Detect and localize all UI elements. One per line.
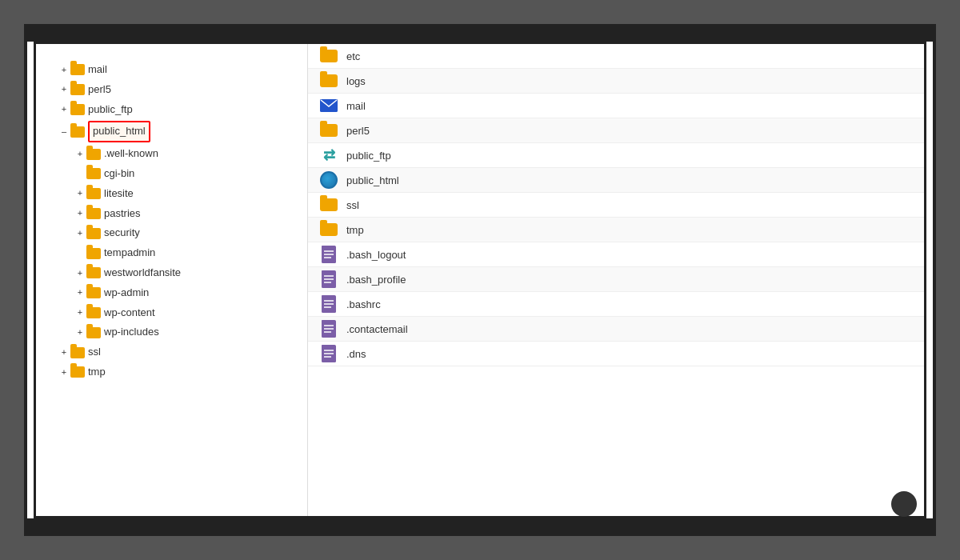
- folder-icon-mail: [70, 64, 85, 75]
- folder-icon-perl5: [70, 84, 85, 95]
- item-label-litesite: litesite: [104, 186, 134, 202]
- folder-icon-litesite: [86, 188, 101, 199]
- tree-item-litesite[interactable]: +litesite: [60, 184, 299, 204]
- file-list-row-public_html[interactable]: public_html: [308, 168, 924, 193]
- tree-item-public_html[interactable]: –public_html: [60, 119, 299, 144]
- tree-item-well-known[interactable]: +.well-known: [60, 144, 299, 164]
- tree-toggle-perl5[interactable]: +: [60, 82, 68, 97]
- file-icon-contactemail: [319, 321, 338, 337]
- tree-item-mail[interactable]: +mail: [60, 60, 299, 80]
- tree-item-cgi-bin[interactable]: cgi-bin: [60, 164, 299, 184]
- file-icon-bash_logout: [319, 246, 338, 262]
- item-label-tmp: tmp: [88, 364, 106, 381]
- tree-toggle-wp-includes[interactable]: +: [76, 326, 84, 340]
- file-icon-public_ftp: ⇄: [319, 147, 338, 163]
- file-list-row-mail[interactable]: mail: [308, 94, 924, 118]
- file-name-public_ftp: public_ftp: [346, 150, 391, 162]
- selected-item-label: public_html: [88, 121, 150, 142]
- tree-item-security[interactable]: +security: [60, 223, 299, 243]
- tree-toggle-public_ftp[interactable]: +: [60, 102, 68, 117]
- file-list-row-dns[interactable]: .dns: [308, 342, 924, 366]
- item-label-mail: mail: [88, 62, 107, 78]
- file-name-ssl: ssl: [346, 199, 359, 211]
- file-icon-etc: [319, 48, 338, 64]
- item-label-security: security: [104, 225, 140, 242]
- folder-icon-public_html: [70, 126, 85, 138]
- item-label-cgi-bin: cgi-bin: [104, 166, 134, 182]
- tree-toggle-mail[interactable]: +: [60, 63, 68, 78]
- file-icon-bash_profile: [319, 271, 338, 287]
- ftp-icon: ⇄: [323, 146, 335, 164]
- file-icon-bashrc: [319, 296, 338, 312]
- item-label-pastries: pastries: [104, 206, 141, 222]
- item-label-perl5: perl5: [88, 82, 111, 98]
- file-list-row-ssl[interactable]: ssl: [308, 193, 924, 218]
- tree-item-public_ftp[interactable]: +public_ftp: [60, 100, 299, 120]
- item-label-tempadmin: tempadmin: [104, 245, 155, 262]
- file-list-row-contactemail[interactable]: .contactemail: [308, 317, 924, 342]
- file-list-row-bash_profile[interactable]: .bash_profile: [308, 267, 924, 292]
- file-icon-dns: [319, 346, 338, 362]
- folder-icon-security: [86, 228, 101, 239]
- tree-item-tempadmin[interactable]: tempadmin: [60, 243, 299, 263]
- file-icon-logs: [319, 73, 338, 89]
- folder-icon-wp-includes: [86, 327, 101, 338]
- file-icon-public_html: [319, 172, 338, 188]
- file-name-contactemail: .contactemail: [346, 323, 408, 335]
- item-label-well-known: .well-known: [104, 146, 158, 162]
- item-label-public_html: public_html: [93, 125, 146, 137]
- file-tree-panel: +mail+perl5+public_ftp–public_html+.well…: [36, 44, 308, 516]
- file-list-row-public_ftp[interactable]: ⇄public_ftp: [308, 143, 924, 168]
- tree-item-wp-includes[interactable]: +wp-includes: [60, 322, 299, 342]
- file-list-row-logs[interactable]: logs: [308, 69, 924, 94]
- folder-icon-wp-content: [86, 307, 101, 318]
- tree-toggle-tmp[interactable]: +: [60, 366, 68, 380]
- tree-toggle-security[interactable]: +: [76, 226, 84, 241]
- file-icon-tmp: [319, 222, 338, 238]
- bottom-bar: [27, 518, 933, 533]
- file-icon-ssl: [319, 197, 338, 213]
- main-frame: +mail+perl5+public_ftp–public_html+.well…: [34, 42, 926, 518]
- item-label-public_ftp: public_ftp: [88, 102, 133, 118]
- app-logo: [891, 491, 917, 517]
- file-list-row-bash_logout[interactable]: .bash_logout: [308, 242, 924, 267]
- tree-toggle-litesite[interactable]: +: [76, 186, 84, 201]
- folder-icon-public_ftp: [70, 104, 85, 115]
- tree-item-westworldfansite[interactable]: +westworldfansite: [60, 263, 299, 283]
- item-label-westworldfansite: westworldfansite: [104, 265, 181, 282]
- tree-toggle-public_html[interactable]: –: [60, 125, 68, 139]
- file-list-row-bashrc[interactable]: .bashrc: [308, 292, 924, 317]
- tree-item-pastries[interactable]: +pastries: [60, 204, 299, 224]
- file-name-logs: logs: [346, 75, 366, 87]
- file-name-mail: mail: [346, 100, 366, 112]
- tree-toggle-well-known[interactable]: +: [76, 147, 84, 162]
- tree-toggle-ssl[interactable]: +: [60, 346, 68, 360]
- tree-toggle-pastries[interactable]: +: [76, 206, 84, 221]
- top-bar: [27, 27, 933, 42]
- file-list-panel: etclogsmailperl5⇄public_ftppublic_htmlss…: [308, 44, 924, 516]
- tree-toggle-wp-admin[interactable]: +: [76, 286, 84, 300]
- file-name-bashrc: .bashrc: [346, 298, 381, 310]
- folder-icon-tempadmin: [86, 248, 101, 259]
- file-name-bash_profile: .bash_profile: [346, 274, 406, 286]
- folder-icon-westworldfansite: [86, 267, 101, 278]
- tree-item-perl5[interactable]: +perl5: [60, 80, 299, 100]
- file-list-row-etc[interactable]: etc: [308, 44, 924, 69]
- tree-item-ssl[interactable]: +ssl: [60, 342, 299, 362]
- folder-icon-ssl: [70, 347, 85, 358]
- tree-item-tmp[interactable]: +tmp: [60, 362, 299, 382]
- file-name-etc: etc: [346, 50, 360, 62]
- item-label-wp-content: wp-content: [104, 305, 155, 322]
- file-list-row-perl5[interactable]: perl5: [308, 118, 924, 143]
- file-name-tmp: tmp: [346, 224, 364, 236]
- file-list-row-tmp[interactable]: tmp: [308, 218, 924, 242]
- app-window: +mail+perl5+public_ftp–public_html+.well…: [24, 24, 936, 536]
- folder-icon-tmp: [70, 366, 85, 378]
- tree-toggle-wp-content[interactable]: +: [76, 306, 84, 320]
- tree-toggle-westworldfansite[interactable]: +: [76, 266, 84, 281]
- tree-item-wp-content[interactable]: +wp-content: [60, 303, 299, 323]
- file-name-public_html: public_html: [346, 174, 399, 186]
- file-icon-mail: [319, 98, 338, 114]
- item-label-wp-admin: wp-admin: [104, 285, 149, 302]
- tree-item-wp-admin[interactable]: +wp-admin: [60, 283, 299, 303]
